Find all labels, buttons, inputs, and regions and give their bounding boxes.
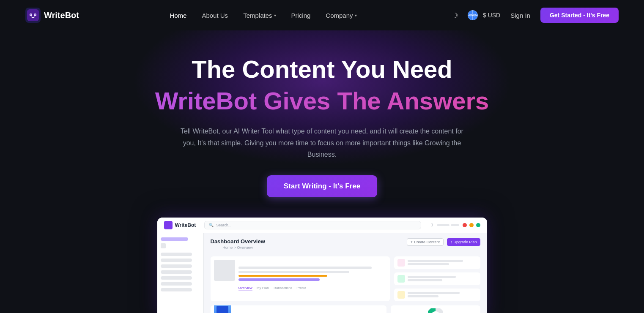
dash-side-cards [394, 256, 480, 301]
dash-pie-chart [428, 308, 443, 313]
nav-item-pricing[interactable]: Pricing [285, 8, 318, 22]
dash-logo-text: WriteBot [175, 222, 196, 228]
dash-upgrade-btn: ↑ Upgrade Plan [447, 238, 480, 246]
dash-mini-card-1 [394, 256, 480, 269]
dash-dots [437, 224, 459, 226]
dash-mini-dot-2 [397, 275, 405, 283]
dash-mini-card-2 [394, 272, 480, 285]
dash-main-card: Overview My Plan Transactions Profile [211, 256, 390, 301]
minimize-window-btn [469, 223, 474, 227]
dash-bottom-row [211, 305, 480, 313]
svg-point-4 [30, 14, 32, 16]
dash-mini-lines-2 [408, 276, 477, 281]
dash-mini-lines-3 [408, 292, 477, 297]
dash-tab-transactions: Transactions [273, 285, 293, 291]
dark-mode-toggle[interactable]: ☽ [447, 8, 463, 23]
get-started-button[interactable]: Get Started - It's Free [540, 8, 619, 23]
dash-tab-overview: Overview [238, 285, 252, 291]
dash-robot-head [216, 306, 228, 313]
dash-mode-icon: ☽ [430, 223, 433, 227]
dash-breadcrumb: Home > Overview [211, 245, 265, 250]
dash-sidebar-item-3 [161, 259, 192, 262]
dash-sidebar-item-5 [161, 270, 192, 274]
dash-card-thumbnail [214, 260, 235, 281]
dash-cards: Overview My Plan Transactions Profile [211, 256, 480, 301]
dash-chart-card [391, 305, 480, 313]
nav-item-about[interactable]: About Us [195, 8, 235, 22]
dash-sidebar-item-7 [161, 282, 192, 286]
dash-body: Dashboard Overview Home > Overview + Cre… [157, 233, 487, 313]
dash-progress-bar [238, 275, 327, 277]
dash-sidebar-item-4 [161, 264, 192, 268]
nav-item-company[interactable]: Company ▾ [319, 8, 363, 22]
dashboard-preview: WriteBot 🔍 Search... ☽ [8, 218, 636, 313]
currency-selector[interactable]: $ USD [483, 12, 500, 19]
dash-mini-line-3a [408, 292, 460, 294]
dash-sidebar-arrow [161, 243, 166, 248]
header-right: ☽ $ USD Sign In Get Started - It's Free [447, 8, 619, 23]
main-header: WriteBot Home About Us Templates ▾ Prici… [0, 0, 644, 30]
hero-title-line1: The Content You Need [8, 56, 636, 83]
dash-sidebar-item-1 [161, 237, 188, 241]
dash-create-content-btn: + Create Content [407, 238, 444, 246]
dash-card-content: Overview My Plan Transactions Profile [238, 260, 386, 298]
dash-sidebar-item-8 [161, 288, 192, 291]
dash-mini-dot-3 [397, 291, 405, 299]
svg-point-5 [35, 14, 36, 16]
dash-tabs: Overview My Plan Transactions Profile [238, 285, 386, 291]
dash-search-bar: 🔍 Search... [204, 221, 421, 229]
dash-logo-icon [164, 221, 173, 229]
maximize-window-btn [476, 223, 480, 227]
company-chevron-icon: ▾ [355, 13, 357, 18]
start-writing-button[interactable]: Start Writing - It's Free [267, 175, 377, 197]
dash-search-placeholder: Search... [216, 223, 231, 227]
hero-section: The Content You Need WriteBot Gives The … [0, 30, 644, 313]
hero-content: The Content You Need WriteBot Gives The … [8, 56, 636, 313]
dash-main-top: Dashboard Overview Home > Overview + Cre… [211, 238, 480, 254]
dashboard-mockup: WriteBot 🔍 Search... ☽ [157, 218, 487, 313]
dash-action-buttons: + Create Content ↑ Upgrade Plan [407, 238, 480, 246]
nav-item-home[interactable]: Home [163, 8, 193, 22]
dash-search-icon: 🔍 [209, 223, 214, 227]
main-nav: Home About Us Templates ▾ Pricing Compan… [163, 8, 363, 22]
dash-mini-card-3 [394, 289, 480, 301]
dash-line-2 [238, 271, 350, 273]
dash-mini-line-1b [408, 263, 449, 265]
logo[interactable]: WriteBot [25, 8, 79, 23]
dash-logo: WriteBot [164, 221, 196, 229]
dash-sidebar-item-2 [161, 253, 192, 256]
dash-window-controls [463, 223, 480, 227]
dash-mini-line-2a [408, 276, 456, 278]
dash-header-right: ☽ [430, 223, 480, 227]
dash-sidebar [157, 233, 204, 313]
close-window-btn [463, 223, 467, 227]
logo-text: WriteBot [44, 11, 79, 20]
hero-title-line2: WriteBot Gives The Answers [8, 86, 636, 116]
sign-in-button[interactable]: Sign In [505, 8, 535, 22]
dash-header: WriteBot 🔍 Search... ☽ [157, 218, 487, 233]
dash-robot-body [214, 305, 231, 313]
dash-line-1 [238, 267, 372, 269]
nav-item-templates[interactable]: Templates ▾ [236, 8, 282, 22]
dash-main: Dashboard Overview Home > Overview + Cre… [204, 233, 487, 313]
dash-upgrade-icon: ↑ [450, 240, 452, 244]
dash-line-3 [238, 278, 320, 281]
dash-tab-profile: Profile [296, 285, 306, 291]
dash-illustration-card [211, 305, 386, 313]
dash-mini-lines-1 [408, 260, 477, 265]
language-selector[interactable] [468, 10, 478, 20]
moon-icon: ☽ [452, 11, 458, 19]
dash-tab-myplan: My Plan [257, 285, 269, 291]
dash-create-icon: + [411, 240, 413, 244]
dash-mini-dot-1 [397, 259, 405, 267]
dash-mini-line-1a [408, 260, 463, 262]
logo-icon [25, 8, 41, 23]
dash-overview-title: Dashboard Overview [211, 238, 265, 245]
dash-mini-line-2b [408, 279, 442, 281]
dash-main-title-area: Dashboard Overview Home > Overview [211, 238, 265, 254]
dash-sidebar-item-6 [161, 276, 192, 280]
hero-description: Tell WriteBot, our AI Writer Tool what t… [178, 125, 466, 160]
svg-rect-1 [27, 9, 39, 21]
templates-chevron-icon: ▾ [274, 13, 276, 18]
dash-mini-line-3b [408, 295, 439, 297]
